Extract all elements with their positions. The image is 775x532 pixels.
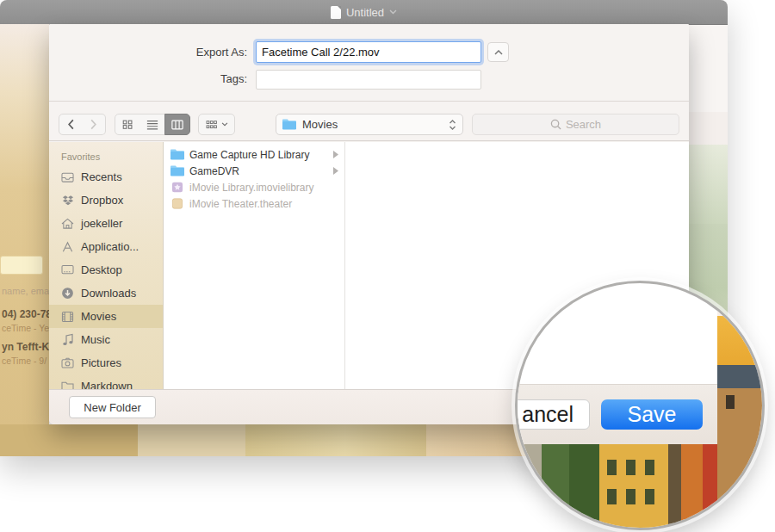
sidebar-item-label: Markdown [81, 380, 133, 389]
music-icon [60, 333, 75, 346]
imovie-library-icon [170, 182, 184, 193]
file-browser-toolbar: Movies Search [49, 101, 689, 141]
favorites-section-label: Favorites [49, 142, 163, 165]
tags-input[interactable] [256, 70, 481, 90]
expand-sheet-button[interactable] [487, 42, 509, 62]
sidebar-item-desktop[interactable]: Desktop [49, 258, 163, 281]
grid-view-icon [121, 119, 133, 130]
chevron-left-icon [67, 119, 75, 130]
forward-button[interactable] [82, 114, 106, 135]
search-icon [550, 119, 561, 130]
sidebar-item-label: Pictures [81, 356, 121, 369]
sidebar-item-label: Music [81, 333, 110, 346]
chevron-right-icon [90, 119, 97, 130]
sidebar-item-markdown[interactable]: Markdown [49, 374, 163, 389]
favorites-sidebar: Favorites RecentsDropboxjoekellerApplica… [49, 142, 164, 389]
sidebar-item-label: Desktop [81, 263, 122, 276]
chevron-down-icon [221, 122, 228, 127]
facetime-placeholder-fragment: name, ema [2, 286, 49, 296]
sidebar-item-label: Downloads [81, 287, 136, 300]
file-list-column: Game Capture HD LibraryGameDVRiMovie Lib… [164, 142, 345, 389]
file-row-game-capture-hd-library[interactable]: Game Capture HD Library [164, 146, 344, 163]
sidebar-item-pictures[interactable]: Pictures [49, 351, 163, 374]
group-grid-icon [206, 120, 219, 130]
sidebar-item-applicatio[interactable]: Applicatio... [49, 235, 163, 258]
sidebar-item-dropbox[interactable]: Dropbox [49, 189, 163, 212]
up-down-chevrons-icon [449, 119, 456, 131]
downloads-icon [60, 287, 75, 300]
sidebar-item-joekeller[interactable]: joekeller [49, 212, 163, 235]
magnified-village-photo [518, 444, 762, 528]
movies-icon [60, 311, 75, 323]
back-button[interactable] [59, 114, 83, 135]
folder-blue-icon [170, 149, 184, 160]
file-row-imovie-theater-theater[interactable]: iMovie Theater.theater [164, 195, 344, 212]
expand-arrow-icon[interactable] [333, 167, 338, 175]
facetime-subtitle-fragment: ceTime - 9/ [2, 356, 46, 366]
export-filename-input[interactable] [256, 41, 481, 63]
sidebar-item-label: Movies [81, 310, 116, 323]
expand-arrow-icon[interactable] [333, 151, 338, 158]
screenshot-root: { "window": { "title": "Untitled" }, "di… [0, 0, 775, 532]
list-view-button[interactable] [140, 114, 165, 135]
sidebar-item-label: Recents [81, 170, 122, 183]
location-label: Movies [302, 118, 443, 131]
recents-icon [60, 171, 75, 183]
sidebar-item-label: Applicatio... [81, 240, 139, 253]
list-view-icon [146, 120, 158, 130]
arrange-items-button[interactable] [198, 114, 235, 135]
dropbox-icon [60, 195, 75, 207]
file-row-gamedvr[interactable]: GameDVR [164, 163, 344, 179]
file-name: Game Capture HD Library [189, 149, 309, 161]
export-as-label: Export As: [49, 46, 247, 59]
title-chevron-down-icon[interactable] [389, 9, 397, 15]
column-view-button-selected[interactable] [164, 114, 190, 135]
imovie-theater-icon [170, 198, 184, 209]
file-name: iMovie Theater.theater [189, 198, 292, 210]
sidebar-item-recents[interactable]: Recents [49, 165, 163, 189]
window-title: Untitled [346, 6, 384, 19]
file-name: GameDVR [189, 165, 239, 177]
facetime-contact-fragment: 04) 230-78 [2, 308, 49, 320]
applications-icon [60, 241, 75, 253]
search-field[interactable]: Search [472, 114, 679, 135]
icon-view-button[interactable] [115, 114, 140, 135]
location-dropdown[interactable]: Movies [276, 114, 463, 135]
sidebar-item-label: Dropbox [81, 194, 123, 207]
file-name: iMovie Library.imovielibrary [189, 182, 313, 194]
magnifier-circle: ancel Save [515, 281, 765, 530]
sidebar-item-label: joekeller [81, 217, 122, 230]
folder-gray-icon [60, 380, 75, 389]
new-folder-button[interactable]: New Folder [69, 396, 156, 418]
document-proxy-icon [331, 6, 341, 19]
search-placeholder: Search [566, 118, 601, 131]
column-view-icon [171, 120, 183, 130]
sidebar-item-movies[interactable]: Movies [49, 305, 163, 328]
window-titlebar: Untitled [0, 0, 728, 25]
facetime-search-field-faded [0, 256, 43, 275]
pictures-icon [60, 357, 75, 368]
facetime-contact-fragment: yn Tefft-K [2, 341, 49, 353]
magnified-cancel-button[interactable]: ancel [515, 399, 590, 430]
home-icon [60, 218, 75, 230]
file-row-imovie-library-imovielibrary[interactable]: iMovie Library.imovielibrary [164, 179, 344, 195]
tags-label: Tags: [49, 72, 247, 85]
sidebar-list: RecentsDropboxjoekellerApplicatio...Desk… [49, 165, 163, 389]
desktop-icon [60, 264, 75, 275]
magnified-save-button[interactable]: Save [601, 399, 703, 430]
facetime-subtitle-fragment: ceTime - Ye [2, 323, 49, 333]
sidebar-item-downloads[interactable]: Downloads [49, 281, 163, 305]
red-chimney [747, 304, 757, 323]
sidebar-item-music[interactable]: Music [49, 328, 163, 351]
facetime-sidebar-faded: name, ema 04) 230-78 ceTime - Ye yn Teff… [0, 24, 49, 456]
folder-icon [282, 119, 296, 130]
folder-blue-icon [170, 165, 184, 176]
chevron-up-icon [494, 50, 503, 55]
building-window [726, 395, 735, 409]
